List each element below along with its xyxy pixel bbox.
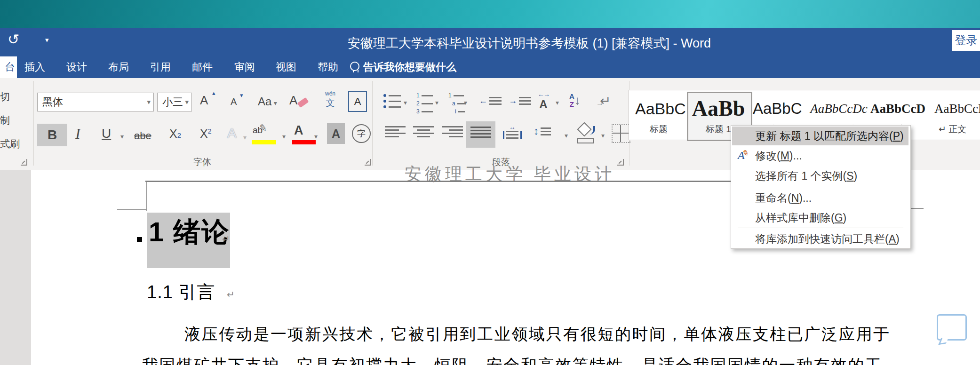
chevron-down-icon[interactable]: ▾: [565, 132, 568, 139]
chevron-down-icon[interactable]: ▾: [314, 133, 318, 140]
character-shading-icon: A: [332, 127, 340, 140]
align-right-button[interactable]: [442, 126, 463, 137]
down-arrow-icon: ↓: [574, 93, 581, 108]
desktop-wallpaper: [0, 0, 980, 28]
style-title-label[interactable]: 标题: [635, 123, 682, 135]
border-v-line: [620, 125, 621, 142]
style-heading1-sample[interactable]: AaBb: [688, 96, 749, 122]
tell-me-box[interactable]: 告诉我你想要做什么: [363, 56, 456, 78]
clipboard-format-painter-fragment[interactable]: 式刷: [0, 137, 20, 151]
right-arrow-icon: →: [596, 99, 604, 107]
change-case-button[interactable]: Aa ▾: [258, 95, 277, 108]
up-triangle-icon: ▴: [212, 89, 215, 96]
font-name-combo[interactable]: 黑体 ▾: [37, 93, 154, 111]
bucket-tray: [577, 138, 594, 143]
clipboard-copy-label-fragment[interactable]: 制: [0, 114, 10, 127]
style-subtle-emphasis-sample[interactable]: AaBbCcDc: [810, 96, 868, 122]
multilevel-list-button[interactable]: 1 a i: [448, 92, 466, 115]
clear-formatting-icon: A: [289, 93, 297, 107]
borders-button[interactable]: [612, 124, 630, 143]
font-dialog-launcher-icon[interactable]: [365, 159, 371, 166]
tab-mailings[interactable]: 邮件: [188, 56, 216, 78]
grow-font-button[interactable]: A ▴: [200, 93, 219, 108]
tab-view[interactable]: 视图: [272, 56, 300, 78]
enclose-characters-button[interactable]: 字: [352, 124, 371, 143]
heading-square-bullet: [137, 237, 142, 242]
phonetic-guide-button[interactable]: wén 文: [320, 90, 341, 109]
asian-layout-button[interactable]: ←→ A: [538, 90, 549, 111]
strikethrough-button[interactable]: abe: [134, 130, 151, 142]
chevron-down-icon[interactable]: ▾: [404, 99, 407, 106]
pilcrow-mark: ↵: [227, 289, 235, 300]
style-normal-label[interactable]: ↵ 正文: [939, 123, 980, 135]
numbering-button[interactable]: 1 2 3: [416, 92, 433, 115]
comment-bubble-icon[interactable]: [937, 314, 967, 341]
line-spacing-button[interactable]: ↕: [534, 125, 551, 137]
paragraph-marks-button[interactable]: ↵ →: [600, 93, 611, 109]
underline-button[interactable]: U: [102, 126, 111, 141]
menu-item-add-gallery-to-qat[interactable]: 将库添加到快速访问工具栏(A): [732, 230, 908, 248]
chevron-down-icon[interactable]: ▾: [556, 99, 559, 106]
font-group-label: 字体: [155, 156, 249, 168]
menu-item-rename[interactable]: 重命名(N)...: [732, 189, 908, 207]
font-size-combo[interactable]: 小三 ▾: [157, 93, 192, 111]
sign-in-button[interactable]: 登录: [952, 30, 980, 51]
tab-design[interactable]: 设计: [63, 56, 91, 78]
subscript-button[interactable]: X2: [169, 127, 181, 141]
text-effects-button[interactable]: A: [227, 125, 237, 141]
document-heading[interactable]: 1 绪论: [149, 214, 230, 251]
chevron-down-icon[interactable]: ▾: [464, 99, 467, 106]
tab-home-partial[interactable]: 台: [0, 56, 17, 78]
chevron-down-icon[interactable]: ▾: [147, 93, 151, 111]
menu-item-update-heading1[interactable]: 更新 标题 1 以匹配所选内容(P): [732, 127, 908, 145]
text-boundary-mark: [146, 182, 147, 211]
quick-access-dropdown-icon[interactable]: ▾: [45, 36, 49, 44]
decrease-indent-button[interactable]: ←: [479, 96, 502, 106]
highlight-color-bar: [252, 140, 276, 144]
chevron-down-icon[interactable]: ▾: [243, 134, 247, 141]
justify-button[interactable]: [466, 121, 495, 148]
tab-layout[interactable]: 布局: [104, 56, 133, 78]
superscript-button[interactable]: X2: [200, 127, 211, 141]
chevron-down-icon: ▾: [274, 99, 277, 107]
align-center-button[interactable]: [413, 126, 434, 137]
font-color-button[interactable]: A: [294, 123, 303, 138]
chevron-down-icon[interactable]: ▾: [120, 133, 124, 140]
style-subtitle-sample[interactable]: AaBbC: [753, 96, 799, 122]
shrink-font-button[interactable]: A ▾: [231, 96, 247, 107]
character-border-button[interactable]: A: [348, 91, 367, 112]
clipboard-dialog-launcher-icon[interactable]: [21, 159, 27, 166]
tab-insert[interactable]: 插入: [21, 56, 49, 78]
menu-item-select-all-instances[interactable]: 选择所有 1 个实例(S): [732, 167, 908, 185]
increase-indent-button[interactable]: →: [509, 96, 531, 106]
tab-review[interactable]: 审阅: [231, 56, 259, 78]
body-text-line[interactable]: 液压传动是一项新兴技术，它被引用到工业领域只有很短的时间，单体液压支柱已广泛应用…: [184, 324, 891, 345]
tab-references[interactable]: 引用: [146, 56, 175, 78]
shading-button[interactable]: [576, 123, 595, 144]
tab-help[interactable]: 帮助: [314, 56, 342, 78]
chevron-down-icon[interactable]: ▾: [282, 133, 286, 140]
chevron-down-icon[interactable]: ▾: [601, 132, 605, 139]
chevron-down-icon[interactable]: ▾: [435, 99, 438, 106]
body-text-line[interactable]: 我国煤矿井下支护，它具有初撑力大、恒阻、安全和高效等特性，是适合我国国情的一种有…: [142, 355, 883, 365]
style-strong-sample[interactable]: AaBbCcD: [870, 96, 925, 122]
menu-item-remove-from-gallery[interactable]: 从样式库中删除(G): [732, 208, 908, 227]
eraser-icon: [297, 97, 309, 108]
style-normal-sample[interactable]: AaBbCcDdI: [934, 96, 980, 122]
distributed-button[interactable]: ↔: [503, 123, 522, 139]
chevron-down-icon[interactable]: ▾: [185, 93, 189, 111]
text-highlight-button[interactable]: ab ✎: [253, 125, 263, 135]
clear-formatting-button[interactable]: A: [289, 93, 310, 108]
style-title-sample[interactable]: AaBbC: [635, 96, 682, 122]
character-shading-button[interactable]: A: [327, 123, 345, 144]
align-left-button[interactable]: [385, 126, 406, 137]
bold-button[interactable]: B: [37, 124, 67, 146]
sort-button[interactable]: A Z ↓: [569, 92, 581, 108]
asian-layout-a-icon: A: [539, 98, 547, 111]
undo-icon[interactable]: ↺: [8, 31, 19, 48]
bullets-button[interactable]: [383, 94, 401, 108]
menu-item-modify[interactable]: 修改(M)...: [732, 146, 908, 165]
italic-button[interactable]: I: [75, 125, 80, 143]
document-subheading[interactable]: 1.1 引言: [147, 280, 215, 304]
clipboard-cut-label-fragment[interactable]: 切: [0, 90, 10, 103]
